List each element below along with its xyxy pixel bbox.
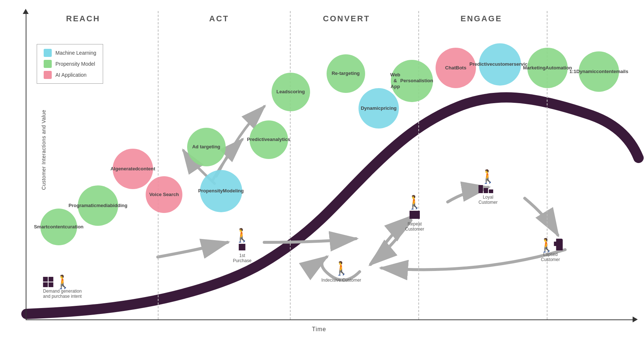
bubble-smart-content: Smartcontentcuration bbox=[40, 209, 77, 245]
section-convert: CONVERT bbox=[323, 14, 370, 23]
bubble-chat-bots: ChatBots bbox=[436, 48, 476, 88]
bubble-dynamic-content: 1:1Dynamiccontentemails bbox=[579, 51, 619, 92]
bubble-programatic: Programaticmediabidding bbox=[78, 185, 118, 226]
customer-label-loyal: LoyalCustomer bbox=[479, 195, 498, 205]
customer-label-first-purchase: 1stPurchase bbox=[233, 253, 252, 263]
bubble-dynamic-pricing: Dynamicpricing bbox=[359, 88, 399, 129]
y-axis bbox=[26, 11, 26, 319]
legend: Machine Learning Propensity Model AI App… bbox=[37, 44, 103, 84]
dashed-line-2 bbox=[290, 11, 291, 319]
dashed-line-1 bbox=[158, 11, 159, 319]
bubble-voice-search: Voice Search bbox=[146, 176, 182, 213]
legend-propensity-label: Propensity Model bbox=[55, 61, 95, 67]
bubble-predictive-cs: Predictivecustomerservice bbox=[479, 43, 521, 86]
customer-label-demand: Demand generationand purchase intent bbox=[43, 289, 81, 299]
bubble-web-app: Web & AppPersonalistion bbox=[391, 60, 433, 102]
customer-label-lapsed: LapsedCustomer bbox=[538, 252, 563, 262]
customer-loyal: 🚶LoyalCustomer bbox=[479, 169, 498, 205]
customer-first-purchase: 🚶1stPurchase bbox=[233, 228, 252, 263]
customer-indecisive: 🚶Indecisive Customer bbox=[321, 261, 361, 283]
section-engage: ENGAGE bbox=[461, 14, 502, 23]
bubble-predictive-analytics: Predictiveanalytics bbox=[250, 120, 288, 159]
section-act: ACT bbox=[209, 14, 229, 23]
section-reach: REACH bbox=[66, 14, 100, 23]
y-axis-arrow bbox=[23, 9, 29, 14]
legend-propensity-color bbox=[44, 60, 52, 68]
customer-label-indecisive: Indecisive Customer bbox=[321, 278, 361, 283]
legend-ai-label: AI Application bbox=[55, 72, 87, 78]
customer-demand: 🚶Demand generationand purchase intent bbox=[43, 275, 81, 299]
customer-repeat: 🚶RepeatCustomer bbox=[405, 195, 424, 232]
chart-container: Customer Interactions and Value Time REA… bbox=[0, 0, 644, 340]
bubble-marketing-auto: MarketingAutomation bbox=[527, 48, 568, 88]
bubble-ad-targeting: Ad targeting bbox=[187, 128, 226, 166]
dashed-line-3 bbox=[418, 11, 419, 319]
legend-ai: AI Application bbox=[44, 71, 96, 79]
legend-ai-color bbox=[44, 71, 52, 79]
bubble-re-targeting: Re-targeting bbox=[327, 54, 365, 93]
x-axis-label: Time bbox=[312, 326, 326, 333]
x-axis bbox=[26, 319, 635, 320]
customer-label-repeat: RepeatCustomer bbox=[405, 221, 424, 232]
legend-ml-color bbox=[44, 49, 52, 57]
bubble-propensity-modeling: PropensityModeling bbox=[200, 170, 242, 212]
customer-lapsed: 🚶LapsedCustomer bbox=[538, 239, 563, 262]
legend-ml: Machine Learning bbox=[44, 49, 96, 57]
legend-propensity: Propensity Model bbox=[44, 60, 96, 68]
bubble-lead-scoring: Leadscoring bbox=[272, 73, 310, 111]
y-axis-label: Customer Interactions and Value bbox=[41, 110, 47, 190]
legend-ml-label: Machine Learning bbox=[55, 50, 96, 56]
bubble-ai-generated: AIgeneratedcontent bbox=[113, 149, 153, 189]
x-axis-arrow bbox=[633, 317, 638, 322]
